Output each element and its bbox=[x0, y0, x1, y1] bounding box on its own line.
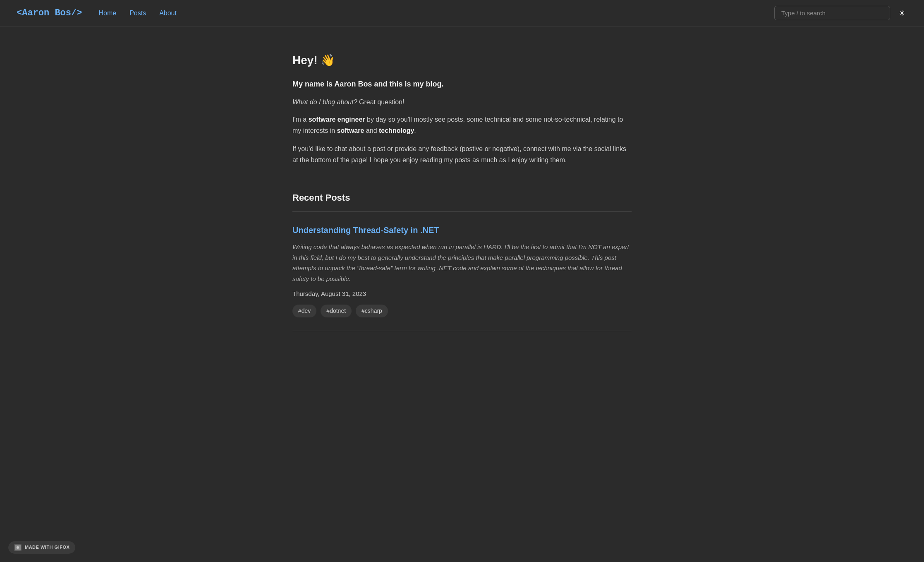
hero-body1-bold2: software bbox=[337, 127, 364, 134]
hero-subtitle: My name is Aaron Bos and this is my blog… bbox=[292, 78, 632, 90]
post-tag-dev: #dev bbox=[292, 305, 316, 317]
main-content: Hey! 👋 My name is Aaron Bos and this is … bbox=[276, 26, 648, 364]
post-bottom-divider bbox=[292, 331, 632, 331]
nav-left: <Aaron Bos/> Home Posts About bbox=[17, 6, 177, 20]
theme-toggle-button[interactable]: ☀ bbox=[897, 7, 907, 20]
navbar: <Aaron Bos/> Home Posts About ☀ bbox=[0, 0, 924, 26]
hero-body1-bold3: technology bbox=[379, 127, 414, 134]
post-card: Understanding Thread-Safety in .NET Writ… bbox=[292, 223, 632, 317]
post-excerpt: Writing code that always behaves as expe… bbox=[292, 242, 632, 284]
recent-posts-section: Recent Posts Understanding Thread-Safety… bbox=[292, 190, 632, 331]
search-input[interactable] bbox=[774, 6, 890, 20]
nav-link-about[interactable]: About bbox=[159, 8, 177, 19]
hero-body1-pre: I'm a bbox=[292, 116, 309, 123]
post-title-link[interactable]: Understanding Thread-Safety in .NET bbox=[292, 223, 632, 237]
post-tag-dotnet: #dotnet bbox=[321, 305, 352, 317]
hero-body1-bold1: software engineer bbox=[309, 116, 365, 123]
nav-link-home[interactable]: Home bbox=[98, 8, 116, 19]
hero-title: Hey! 👋 bbox=[292, 51, 632, 70]
nav-right: ☀ bbox=[774, 6, 907, 20]
nav-link-posts[interactable]: Posts bbox=[129, 8, 146, 19]
hero-section: Hey! 👋 My name is Aaron Bos and this is … bbox=[292, 51, 632, 166]
hero-body1-end: . bbox=[414, 127, 416, 134]
recent-posts-title: Recent Posts bbox=[292, 190, 632, 205]
section-divider bbox=[292, 211, 632, 212]
hero-question-rest: Great question! bbox=[357, 98, 405, 106]
site-logo[interactable]: <Aaron Bos/> bbox=[17, 6, 82, 20]
post-tag-csharp: #csharp bbox=[356, 305, 388, 317]
nav-links: Home Posts About bbox=[98, 8, 177, 19]
hero-body1: I'm a software engineer by day so you'll… bbox=[292, 114, 632, 136]
hero-body1-and: and bbox=[364, 127, 379, 134]
post-tags: #dev #dotnet #csharp bbox=[292, 305, 632, 317]
hero-question: What do I blog about? Great question! bbox=[292, 97, 632, 108]
hero-question-italic: What do I blog about? bbox=[292, 98, 357, 106]
hero-body2: If you'd like to chat about a post or pr… bbox=[292, 143, 632, 166]
post-date: Thursday, August 31, 2023 bbox=[292, 289, 632, 299]
